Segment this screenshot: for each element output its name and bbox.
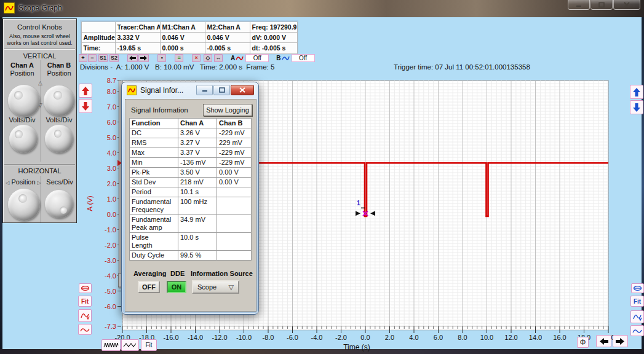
signal-table-cell: -229 mV (217, 128, 252, 138)
x-tick-label: 10.0 (480, 334, 493, 341)
window-title: Scope Graph (18, 4, 62, 12)
measure-value-cell: 3.332 V (115, 32, 161, 43)
chan-a-off-field[interactable]: Off (245, 54, 269, 62)
scope-graph-window: Scope Graph Control Knobs Also, mouse sc… (0, 0, 644, 354)
chan-a-volts-div-label: Volts/Div (4, 116, 40, 124)
time-compress-button[interactable] (101, 339, 121, 351)
left-arrow-icon (598, 337, 609, 345)
chan-b-position-label: Position (42, 69, 76, 77)
x-tick-label: -12.0 (212, 334, 227, 341)
averaging-toggle-button[interactable]: OFF (138, 281, 160, 293)
pan-circle-icon (81, 285, 90, 291)
signal-table-row: Duty Cycle99.5 % (130, 251, 252, 261)
dialog-close-button[interactable] (231, 85, 254, 95)
signal-information-dialog: Signal Infor... Signal Information Show … (121, 82, 259, 315)
phase-button[interactable]: Φ (577, 337, 589, 348)
x-tick-label: 0.0 (360, 334, 370, 341)
scroll-right-button[interactable] (613, 335, 628, 347)
up-arrow-icon (81, 86, 90, 96)
chan-a-volts-div-knob[interactable] (9, 125, 38, 153)
horizontal-section-label: HORIZONTAL (3, 167, 76, 175)
dde-toggle-button[interactable]: ON (167, 281, 186, 293)
chan-b-trace-indicator[interactable]: B (276, 55, 289, 61)
pan-right-button[interactable] (138, 54, 149, 62)
chan-a-pan-button[interactable] (79, 283, 92, 293)
measure-row-label: Amplitude: (81, 32, 116, 43)
sine-wave-icon (80, 311, 90, 320)
chan-a-label: Chan A (6, 61, 39, 69)
panel-note-line2: works on last control used. (3, 40, 76, 46)
marker-button[interactable]: ◇ (204, 54, 212, 62)
information-source-dropdown[interactable]: Scope▽ (192, 280, 239, 294)
clear-button[interactable]: × (192, 54, 201, 62)
chan-b-shift-up-button[interactable] (630, 85, 643, 99)
small-sine-icon (80, 326, 90, 333)
zoom-out-button[interactable]: − (88, 54, 97, 62)
signal-table-row: Pk-Pk3.50 V0.00 V (130, 168, 252, 178)
maximize-button[interactable] (590, 0, 613, 10)
signal-table-cell: Fundamental Peak amp (130, 215, 178, 233)
y-tick-label: 3.0 (107, 165, 116, 172)
signal-table-cell: 10.0 s (178, 233, 217, 251)
chan-a-shift-down-button[interactable] (79, 99, 92, 113)
chan-b-position-knob[interactable] (44, 85, 74, 116)
chan-b-pan-button[interactable] (631, 283, 644, 293)
chan-b-scale-button[interactable] (630, 325, 644, 336)
divider (4, 164, 75, 165)
chan-a-autoscale-button[interactable] (78, 309, 92, 322)
signal-table-row: DC3.26 V-229 mV (130, 128, 252, 138)
scroll-left-button[interactable] (596, 335, 611, 347)
line-style-button[interactable]: ≡ (175, 54, 183, 62)
signal-table-cell: 3.27 V (178, 138, 217, 148)
chan-a-fit-button[interactable]: Fit (78, 296, 92, 307)
chan-a-trace-indicator[interactable]: A (231, 55, 244, 61)
chan-b-volts-div-label: Volts/Div (41, 116, 77, 124)
signal-table-cell: -229 mV (217, 158, 252, 168)
scale-s2-button[interactable]: S2 (109, 54, 119, 62)
measure-header-cell (81, 22, 116, 33)
chan-a-scale-button[interactable] (78, 324, 92, 335)
time-fit-button[interactable]: Fit (141, 339, 157, 351)
signal-table-cell: Max (130, 148, 178, 158)
toolbar-buttons: +−S1S2▪≡×◇↔ (79, 54, 223, 62)
x-tick-label: -8.0 (263, 334, 274, 341)
dialog-maximize-button[interactable] (213, 85, 230, 95)
time-expand-button[interactable] (121, 339, 139, 351)
show-logging-button[interactable]: Show Logging (203, 104, 252, 116)
zoom-in-button[interactable]: + (79, 54, 87, 62)
information-source-label: Information Source (191, 270, 253, 277)
signal-table-row: Std Dev218 mV0.00 V (130, 178, 252, 187)
secs-div-knob[interactable] (45, 190, 73, 218)
h-expand-button[interactable]: ↔ (214, 54, 223, 62)
chan-b-autoscale-button[interactable] (630, 310, 644, 323)
x-tick-label: 4.0 (409, 334, 418, 341)
chan-b-fit-button[interactable]: Fit (630, 296, 644, 307)
control-knobs-panel: Control Knobs Also, mouse scroll wheel w… (2, 18, 77, 223)
chan-b-label: Chan B (42, 61, 76, 69)
signal-table-cell: Duty Cycle (130, 251, 178, 261)
y-tick-label: -1.0 (105, 226, 116, 234)
panel-title: Control Knobs (3, 23, 76, 31)
pan-left-button[interactable] (127, 54, 138, 62)
dialog-minimize-button[interactable] (196, 85, 213, 95)
signal-table-cell: RMS (130, 138, 178, 148)
y-tick-label: -4.0 (105, 272, 116, 280)
source-value: Scope (197, 283, 217, 291)
chan-a-position-knob[interactable] (8, 85, 40, 117)
chan-b-off-field[interactable]: Off (292, 54, 315, 62)
chan-a-position-label: Position (6, 69, 39, 77)
chan-b-volts-div-knob[interactable] (45, 125, 73, 153)
h-position-knob[interactable] (8, 189, 40, 221)
close-button[interactable] (613, 0, 640, 10)
scale-s1-button[interactable]: S1 (98, 54, 108, 62)
divider (4, 49, 75, 50)
signal-table-cell: Std Dev (130, 178, 178, 187)
y-tick-label: 8.7 (107, 77, 116, 84)
divider (41, 60, 41, 162)
point-style-button[interactable]: ▪ (157, 54, 166, 62)
x-tick-label: 8.0 (458, 334, 467, 341)
x-tick-label: 16.0 (553, 334, 566, 341)
chan-b-shift-down-button[interactable] (630, 100, 643, 114)
minimize-button[interactable] (568, 0, 590, 10)
chan-a-shift-up-button[interactable] (79, 84, 92, 98)
